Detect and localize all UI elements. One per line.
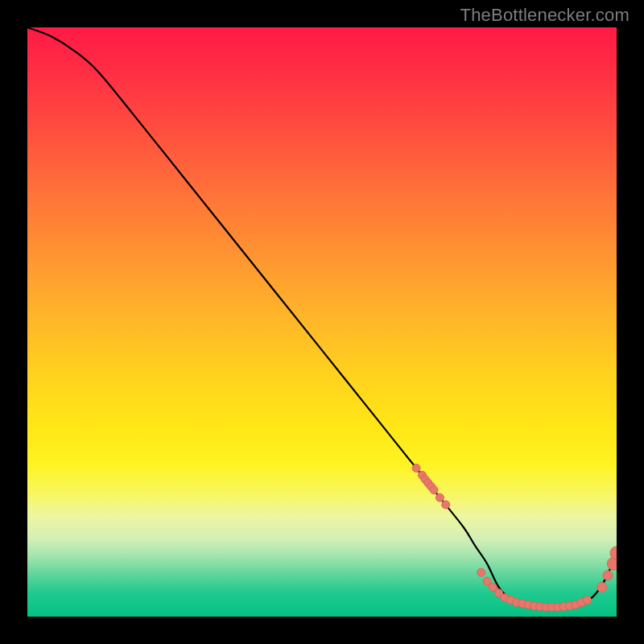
data-marker [477, 568, 485, 576]
data-marker [583, 597, 591, 605]
marker-group [412, 464, 617, 612]
data-marker [412, 464, 420, 473]
attribution-text: TheBottlenecker.com [460, 5, 630, 26]
data-marker [442, 501, 450, 509]
data-marker [597, 582, 607, 592]
curve-line [27, 27, 617, 607]
data-marker [430, 486, 438, 494]
chart-overlay [27, 27, 617, 617]
data-marker [603, 571, 613, 580]
plot-area [27, 27, 617, 617]
chart-stage: TheBottlenecker.com [0, 0, 644, 644]
data-marker [436, 493, 444, 502]
